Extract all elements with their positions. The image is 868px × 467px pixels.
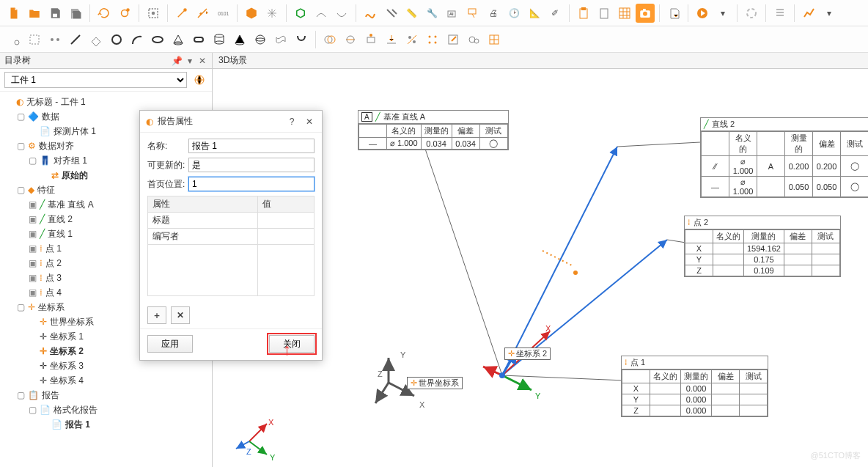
pin-icon[interactable]: 📌 — [172, 56, 182, 66]
svg-point-28 — [215, 34, 224, 37]
grid2-icon[interactable] — [485, 30, 504, 49]
add-prop-button[interactable]: ＋ — [147, 306, 166, 324]
updatable-input[interactable] — [188, 158, 315, 172]
chart-icon[interactable] — [799, 4, 818, 23]
dim1-icon[interactable]: 📏 — [402, 4, 421, 23]
first-page-input[interactable] — [188, 177, 315, 191]
matrix-icon[interactable]: 0101 — [213, 4, 232, 23]
chart-dd-icon[interactable]: ▾ — [820, 4, 839, 23]
tag-icon[interactable]: AI — [443, 4, 462, 23]
bf-icon[interactable] — [402, 30, 422, 49]
svg-point-2 — [126, 8, 130, 12]
svg-point-32 — [256, 38, 265, 41]
svg-rect-0 — [53, 13, 57, 17]
align-icon[interactable] — [193, 4, 212, 23]
stamp-icon[interactable]: 🖨 — [484, 4, 503, 23]
ellipse-tool-icon[interactable] — [148, 30, 167, 49]
cone2-tool-icon[interactable] — [230, 30, 249, 49]
export-icon[interactable] — [664, 4, 683, 23]
ruler-icon[interactable]: 📐 — [525, 4, 544, 23]
surface-tool-icon[interactable] — [271, 30, 290, 49]
construct-icon[interactable] — [341, 30, 360, 49]
caliper-icon[interactable] — [381, 4, 400, 23]
sphere-tool-icon[interactable] — [251, 30, 270, 49]
property-table[interactable]: 属性值 标题 编写者 — [147, 196, 315, 296]
line-tool-icon[interactable] — [66, 30, 85, 49]
camera-icon[interactable] — [636, 4, 655, 23]
svg-point-19 — [15, 40, 19, 45]
svg-rect-27 — [194, 37, 203, 42]
surf1-icon[interactable] — [312, 4, 331, 23]
slot-tool-icon[interactable] — [189, 30, 208, 49]
open-folder-icon[interactable] — [25, 4, 44, 23]
intersect-icon[interactable] — [320, 30, 339, 49]
box-icon[interactable] — [291, 4, 310, 23]
circle-tool-icon[interactable] — [107, 30, 126, 49]
plane-tool-icon[interactable] — [87, 30, 106, 49]
svg-line-57 — [617, 142, 700, 147]
gears-icon[interactable] — [464, 30, 483, 49]
compass-icon[interactable]: ✐ — [545, 4, 564, 23]
svg-point-42 — [429, 41, 431, 43]
close-button[interactable]: 关闭 — [269, 335, 315, 353]
callout-icon[interactable] — [463, 4, 482, 23]
settings-icon[interactable] — [144, 4, 163, 23]
help-icon[interactable]: ? — [285, 117, 298, 127]
apply-button[interactable]: 应用 — [147, 335, 193, 353]
grid-icon[interactable] — [615, 4, 634, 23]
svg-line-66 — [249, 441, 267, 455]
callout-point-1[interactable]: ⁞点 1 名义的测量的偏差测试 X0.000 Y0.000 Z0.000 — [621, 356, 768, 417]
refresh-icon[interactable] — [95, 4, 114, 23]
clipboard-icon[interactable] — [574, 4, 593, 23]
save-icon[interactable] — [45, 4, 65, 23]
svg-line-54 — [415, 119, 502, 375]
panel-close-icon[interactable]: ✕ — [197, 56, 207, 66]
dropdown-icon[interactable]: ▾ — [713, 4, 732, 23]
svg-rect-16 — [643, 9, 646, 11]
tree-panel-title: 目录树 — [4, 54, 31, 67]
remove-prop-button[interactable]: ✕ — [171, 306, 190, 324]
tb2-3-icon[interactable] — [45, 30, 65, 49]
svg-point-31 — [256, 35, 265, 44]
wrench-icon[interactable]: 🔧 — [422, 4, 441, 23]
svg-point-64 — [499, 372, 505, 378]
cone-tool-icon[interactable] — [169, 30, 188, 49]
save-all-icon[interactable] — [66, 4, 85, 23]
rebuild-icon[interactable] — [115, 4, 134, 23]
probe-icon[interactable] — [172, 4, 191, 23]
callout-datum-line-a[interactable]: A╱基准 直线 A 名义的测量的偏差测试 —1.0000.0340.034◯ — [358, 110, 509, 150]
dialog-close-icon[interactable]: ✕ — [303, 117, 316, 127]
clipboard2-icon[interactable] — [595, 4, 614, 23]
edit-feat-icon[interactable] — [444, 30, 463, 49]
mesh-icon[interactable] — [262, 4, 282, 23]
svg-point-37 — [369, 34, 372, 37]
project-icon[interactable] — [382, 30, 401, 49]
svg-line-56 — [502, 375, 625, 380]
tb2-1-icon[interactable] — [4, 30, 23, 49]
cube-icon[interactable] — [242, 4, 261, 23]
report-name-input[interactable] — [188, 139, 315, 153]
pattern-icon[interactable] — [423, 30, 442, 49]
svg-point-22 — [56, 38, 59, 41]
parab-tool-icon[interactable] — [292, 30, 311, 49]
svg-point-52 — [573, 271, 578, 275]
svg-point-40 — [429, 35, 431, 37]
cyl-tool-icon[interactable] — [210, 30, 229, 49]
svg-point-39 — [413, 40, 416, 43]
toolbar-2 — [0, 26, 868, 53]
spinner-icon[interactable] — [742, 4, 761, 23]
surf2-icon[interactable] — [332, 4, 351, 23]
curve-icon[interactable] — [361, 4, 380, 23]
workpiece-select[interactable]: 工件 1 — [4, 72, 187, 88]
extract-icon[interactable] — [361, 30, 380, 49]
callout-line-2[interactable]: ╱直线 2 名义的测量的偏差测试 ⁄⁄1.000A0.2000.200◯ —1.… — [700, 117, 868, 198]
new-file-icon[interactable] — [4, 4, 23, 23]
dock-icon[interactable]: ▾ — [185, 56, 195, 66]
globe-icon[interactable] — [191, 72, 207, 88]
gauge-icon[interactable]: 🕑 — [504, 4, 523, 23]
list-icon[interactable] — [770, 4, 790, 23]
tb2-2-icon[interactable] — [25, 30, 44, 49]
arc-tool-icon[interactable] — [128, 30, 147, 49]
callout-point-2[interactable]: ⁞点 2 名义的测量的偏差测试 X1594.162 Y0.175 Z0.109 — [684, 216, 841, 277]
play-icon[interactable] — [693, 4, 712, 23]
